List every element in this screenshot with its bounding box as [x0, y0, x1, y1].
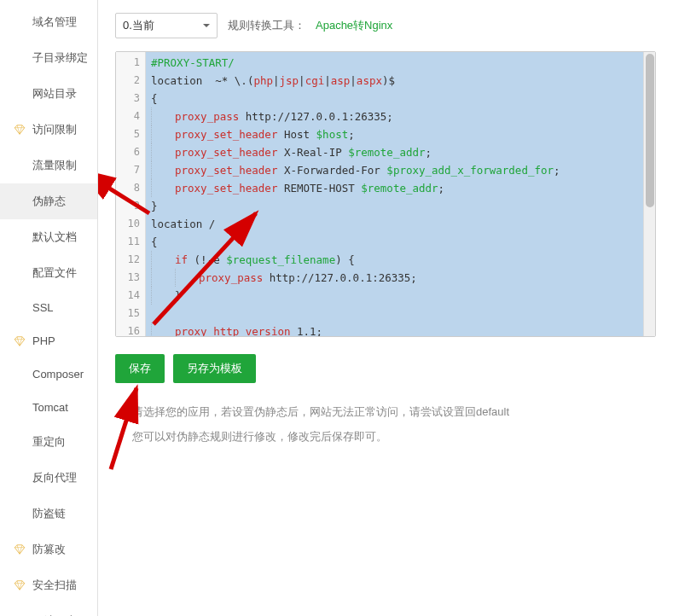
sidebar-item-tomcat[interactable]: Tomcat	[0, 391, 97, 424]
sidebar-item-label: 反向代理	[32, 471, 77, 484]
code-text: X-Forwarded-For	[277, 164, 386, 177]
line-number: 3	[116, 90, 145, 108]
sidebar-item-label: 流量限制	[32, 159, 77, 171]
code-text: jsp	[280, 74, 299, 87]
code-text: $request_filename	[226, 253, 335, 266]
line-number: 7	[116, 161, 145, 179]
sidebar-item-label: 访问限制	[32, 123, 77, 136]
sidebar-item-label: 网站目录	[32, 87, 77, 100]
code-text: X-Real-IP	[277, 146, 348, 159]
line-number: 6	[116, 143, 145, 161]
line-number: 10	[116, 215, 145, 233]
save-button[interactable]: 保存	[115, 354, 165, 383]
sidebar-item-redirect[interactable]: 重定向	[0, 424, 97, 460]
diamond-icon	[14, 543, 26, 555]
code-text: proxy_http_version	[175, 325, 290, 336]
line-number: 13	[116, 269, 145, 287]
line-number: 12	[116, 251, 145, 269]
sidebar: 域名管理 子目录绑定 网站目录 访问限制 流量限制 伪静态 默认文档 配置文件 …	[0, 0, 98, 616]
tip-item: 请选择您的应用，若设置伪静态后，网站无法正常访问，请尝试设置回default	[132, 404, 656, 421]
apache-to-nginx-link[interactable]: Apache转Nginx	[316, 18, 392, 33]
code-text: proxy_pass	[175, 110, 239, 123]
code-text: ) {	[335, 253, 355, 266]
template-select[interactable]: 0.当前	[115, 13, 218, 38]
top-row: 0.当前 规则转换工具： Apache转Nginx	[115, 13, 656, 38]
code-text: Host	[277, 128, 316, 141]
scrollbar[interactable]	[643, 52, 655, 336]
button-row: 保存 另存为模板	[115, 354, 656, 383]
line-number: 9	[116, 197, 145, 215]
code-text: proxy_set_header	[175, 182, 277, 195]
code-text: $remote_addr	[348, 146, 425, 159]
sidebar-item-tamper[interactable]: 防篡改	[0, 532, 97, 567]
sidebar-item-label: 安全扫描	[32, 578, 77, 591]
sidebar-item-label: 伪静态	[32, 195, 66, 207]
code-text: php	[253, 74, 273, 87]
code-text: ;	[438, 182, 445, 195]
line-number: 11	[116, 233, 145, 251]
sidebar-item-domain[interactable]: 域名管理	[0, 4, 97, 40]
sidebar-item-config[interactable]: 配置文件	[0, 255, 97, 291]
code-text: if	[175, 253, 188, 266]
sidebar-item-label: 防篡改	[32, 543, 66, 555]
code-text: (!-e	[188, 253, 226, 266]
sidebar-item-ssl[interactable]: SSL	[0, 291, 97, 324]
code-text: proxy_pass	[199, 271, 263, 284]
code-text: http://127.0.0.1:26335;	[239, 110, 393, 123]
code-text: ;	[554, 164, 560, 177]
sidebar-item-label: 子目录绑定	[32, 51, 88, 64]
sidebar-item-sitedir[interactable]: 网站目录	[0, 76, 97, 112]
code-text: $remote_addr	[361, 182, 438, 195]
sidebar-item-traffic[interactable]: 流量限制	[0, 148, 97, 183]
sidebar-item-label: Tomcat	[32, 401, 68, 414]
code-text: 1.1;	[290, 325, 322, 336]
sidebar-item-rewrite[interactable]: 伪静态	[0, 183, 97, 219]
code-text: cgi	[305, 74, 325, 87]
code-text: ;	[426, 146, 432, 159]
diamond-icon	[14, 579, 26, 591]
sidebar-item-hotlink[interactable]: 防盗链	[0, 496, 97, 532]
code-text: aspx	[357, 74, 382, 87]
code-text: {	[151, 235, 158, 248]
code-editor[interactable]: 1 2 3 4 5 6 7 8 9 10 11 12 13 14 15 16 #…	[115, 51, 656, 337]
tip-item: 您可以对伪静态规则进行修改，修改完后保存即可。	[132, 428, 656, 446]
code-text: http://127.0.0.1:26335;	[263, 271, 417, 284]
sidebar-item-sitelog[interactable]: 网站日志	[0, 603, 97, 616]
code-content[interactable]: #PROXY-START/location ~* \.(php|jsp|cgi|…	[146, 52, 643, 336]
sidebar-item-scan[interactable]: 安全扫描	[0, 567, 97, 603]
sidebar-item-composer[interactable]: Composer	[0, 357, 97, 391]
code-text: {	[151, 92, 158, 105]
code-text: }	[175, 289, 182, 302]
line-gutter: 1 2 3 4 5 6 7 8 9 10 11 12 13 14 15 16	[116, 52, 146, 336]
tips-list: 请选择您的应用，若设置伪静态后，网站无法正常访问，请尝试设置回default 您…	[115, 404, 656, 446]
line-number: 1	[116, 54, 145, 72]
code-text: proxy_set_header	[175, 128, 277, 141]
line-number: 4	[116, 108, 145, 125]
save-as-template-button[interactable]: 另存为模板	[173, 354, 256, 383]
scrollbar-thumb[interactable]	[646, 54, 654, 207]
code-text: $host	[316, 128, 349, 141]
line-number: 2	[116, 72, 145, 90]
line-number: 14	[116, 287, 145, 305]
code-text: $proxy_add_x_forwarded_for	[386, 164, 554, 177]
sidebar-item-default-doc[interactable]: 默认文档	[0, 219, 97, 255]
code-text: location ~* \.(	[151, 74, 253, 87]
select-value: 0.当前	[123, 18, 154, 33]
code-text: )$	[382, 74, 395, 87]
code-text: proxy_set_header	[175, 164, 277, 177]
sidebar-item-label: 默认文档	[32, 230, 77, 243]
sidebar-item-label: SSL	[32, 301, 54, 314]
diamond-icon	[14, 335, 26, 347]
main-panel: 0.当前 规则转换工具： Apache转Nginx 1 2 3 4 5 6 7 …	[98, 0, 673, 616]
code-text: #PROXY-START/	[151, 56, 235, 69]
code-text: proxy_set_header	[175, 146, 277, 159]
sidebar-item-subdir[interactable]: 子目录绑定	[0, 40, 97, 76]
diamond-icon	[14, 124, 26, 136]
sidebar-item-php[interactable]: PHP	[0, 324, 97, 357]
sidebar-item-access-limit[interactable]: 访问限制	[0, 112, 97, 148]
line-number: 5	[116, 125, 145, 143]
sidebar-item-reverse-proxy[interactable]: 反向代理	[0, 460, 97, 496]
sidebar-item-label: 防盗链	[32, 507, 66, 520]
code-text: ;	[348, 128, 355, 141]
line-number: 8	[116, 179, 145, 197]
